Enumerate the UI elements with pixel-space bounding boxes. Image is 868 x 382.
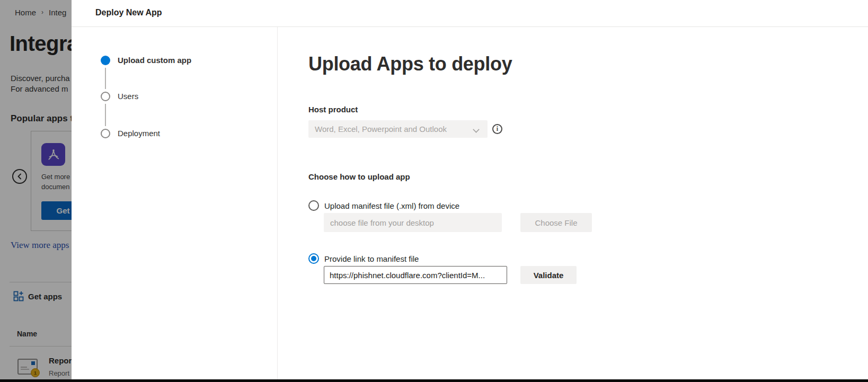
validate-button[interactable]: Validate [520,266,577,284]
info-icon[interactable]: i [492,124,502,134]
panel-title: Deploy New App [95,8,162,17]
step-connector [105,104,106,126]
radio-upload-manifest-file-label[interactable]: Upload manifest file (.xml) from device [324,201,459,210]
radio-provide-link[interactable] [308,253,319,264]
steps-content-divider [277,27,278,382]
radio-upload-manifest-file[interactable] [308,200,319,211]
chevron-down-icon [473,126,479,132]
content-heading: Upload Apps to deploy [308,53,512,75]
window-bottom-edge [0,379,868,382]
radio-selected-dot [311,256,316,261]
radio-provide-link-label[interactable]: Provide link to manifest file [324,254,419,263]
host-product-select[interactable]: Word, Excel, Powerpoint and Outlook [308,120,488,138]
step-indicator-deployment [101,129,110,138]
manifest-link-input[interactable] [324,266,507,284]
step-deployment[interactable]: Deployment [118,129,160,138]
screen: Home › Integ Integra Discover, purcha Fo… [0,0,868,382]
manifest-file-input[interactable] [324,213,502,232]
step-users[interactable]: Users [118,92,138,101]
panel-header-divider [72,26,868,27]
step-connector [105,68,106,89]
host-product-value: Word, Excel, Powerpoint and Outlook [315,120,447,138]
host-product-label: Host product [308,105,358,114]
choose-file-button[interactable]: Choose File [520,213,592,232]
step-indicator-users [101,92,110,101]
choose-upload-label: Choose how to upload app [308,172,410,181]
deploy-new-app-panel: Deploy New App Upload custom app Users D… [72,0,868,382]
step-indicator-upload-custom-app [101,56,110,65]
step-upload-custom-app[interactable]: Upload custom app [118,56,191,65]
